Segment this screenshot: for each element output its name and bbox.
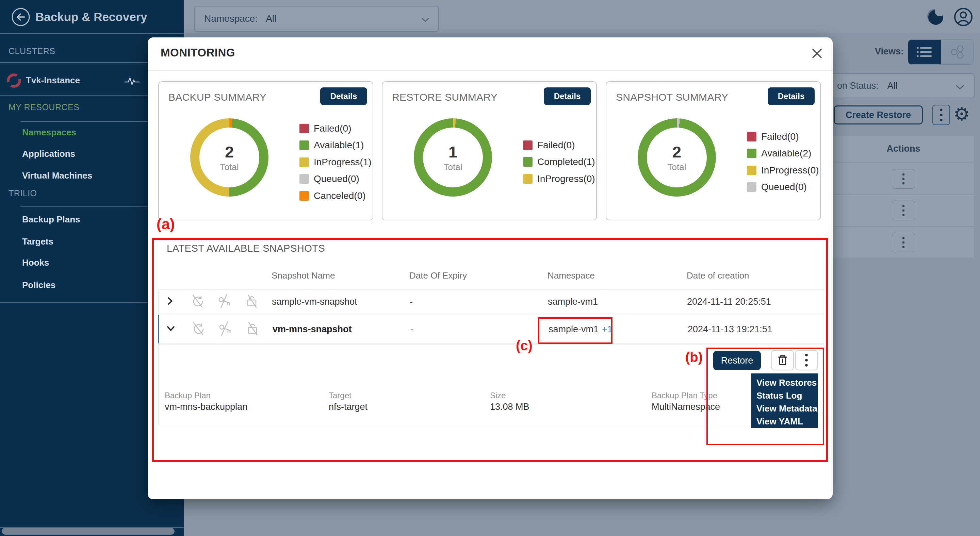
- annotation-box-c: [538, 317, 612, 344]
- legend-label: Failed(0): [537, 140, 575, 151]
- donut-total: 2 Total: [190, 118, 269, 197]
- legend-swatch-icon: [299, 124, 309, 133]
- legend-item: Failed(0): [747, 128, 819, 145]
- backup-summary-card: BACKUP SUMMARY Details 2 Total Failed(0)…: [158, 81, 373, 220]
- backup-summary-legend: Failed(0)Available(1)InProgress(1)Queued…: [299, 120, 372, 205]
- legend-swatch-icon: [299, 140, 309, 150]
- snapshot-summary-card: SNAPSHOT SUMMARY Details 2 Total Failed(…: [606, 81, 821, 220]
- snapshot-summary-legend: Failed(0)Available(2)InProgress(0)Queued…: [747, 128, 819, 195]
- legend-label: InProgress(1): [314, 157, 372, 168]
- legend-swatch-icon: [747, 182, 756, 192]
- sidebar-section-trilio: TRILIO: [8, 188, 37, 198]
- instance-name: Tvk-Instance: [26, 75, 80, 86]
- sidebar-item-hooks[interactable]: Hooks: [22, 257, 49, 268]
- legend-item: Completed(1): [523, 154, 595, 171]
- legend-label: Queued(0): [314, 173, 360, 184]
- legend-label: InProgress(0): [537, 173, 595, 184]
- annotation-label-b: (b): [685, 350, 703, 365]
- legend-item: Canceled(0): [299, 187, 372, 205]
- legend-item: InProgress(0): [523, 170, 595, 187]
- horizontal-scrollbar-thumb[interactable]: [2, 528, 175, 534]
- modal-header-divider: [148, 70, 833, 71]
- details-button[interactable]: Details: [544, 87, 591, 105]
- annotation-label-a: (a): [156, 216, 175, 233]
- legend-swatch-icon: [523, 157, 533, 167]
- snapshot-summary-donut: 2 Total: [638, 118, 716, 197]
- restore-summary-card: RESTORE SUMMARY Details 1 Total Failed(0…: [382, 81, 597, 220]
- legend-item: InProgress(1): [299, 154, 372, 171]
- restore-summary-legend: Failed(0)Completed(1)InProgress(0): [523, 137, 595, 187]
- sidebar-section-clusters: CLUSTERS: [8, 46, 55, 57]
- legend-label: InProgress(0): [761, 165, 819, 176]
- back-arrow-icon: [11, 7, 30, 27]
- legend-label: Canceled(0): [314, 190, 366, 201]
- sidebar-item-targets[interactable]: Targets: [22, 236, 53, 247]
- app-title: Backup & Recovery: [35, 10, 147, 24]
- details-button[interactable]: Details: [768, 87, 815, 105]
- restore-summary-donut: 1 Total: [414, 118, 492, 197]
- modal-title: MONITORING: [161, 46, 235, 59]
- legend-swatch-icon: [747, 132, 756, 141]
- sidebar-item-backup-plans[interactable]: Backup Plans: [22, 214, 80, 225]
- legend-item: Queued(0): [299, 171, 372, 188]
- legend-swatch-icon: [747, 166, 756, 175]
- close-button[interactable]: [811, 48, 826, 63]
- annotation-label-c: (c): [516, 338, 533, 354]
- legend-label: Failed(0): [314, 123, 351, 134]
- details-button[interactable]: Details: [320, 87, 367, 105]
- trilio-logo-icon: [5, 71, 23, 90]
- legend-item: Queued(0): [747, 179, 819, 196]
- legend-label: Queued(0): [761, 182, 807, 192]
- legend-swatch-icon: [523, 140, 533, 150]
- legend-item: Available(2): [747, 145, 819, 162]
- screen: Namespace: All Views:: [0, 0, 980, 536]
- legend-swatch-icon: [523, 174, 533, 184]
- pulse-icon[interactable]: [124, 76, 140, 86]
- annotation-box-b: [706, 347, 824, 445]
- legend-label: Available(2): [761, 148, 811, 159]
- sidebar-item-namespaces[interactable]: Namespaces: [22, 127, 76, 138]
- back-button[interactable]: [11, 7, 30, 27]
- sidebar-item-applications[interactable]: Applications: [22, 148, 75, 160]
- legend-label: Completed(1): [537, 157, 595, 167]
- legend-item: Failed(0): [523, 137, 595, 154]
- card-title: RESTORE SUMMARY: [392, 92, 498, 103]
- sidebar-item-virtual-machines[interactable]: Virtual Machines: [22, 170, 92, 181]
- legend-swatch-icon: [299, 157, 309, 167]
- legend-swatch-icon: [747, 149, 756, 158]
- legend-swatch-icon: [299, 174, 309, 184]
- backup-summary-donut: 2 Total: [190, 118, 269, 197]
- donut-total: 1 Total: [414, 118, 492, 197]
- card-title: SNAPSHOT SUMMARY: [616, 92, 728, 103]
- close-icon: [811, 48, 823, 59]
- donut-total: 2 Total: [638, 118, 716, 197]
- legend-item: InProgress(0): [747, 162, 819, 179]
- legend-item: Failed(0): [299, 120, 372, 137]
- sidebar-item-policies[interactable]: Policies: [22, 279, 56, 291]
- legend-label: Available(1): [314, 140, 364, 151]
- legend-swatch-icon: [299, 191, 309, 201]
- legend-label: Failed(0): [761, 131, 799, 142]
- card-title: BACKUP SUMMARY: [169, 92, 266, 103]
- legend-item: Available(1): [299, 137, 372, 154]
- sidebar-section-my-resources: MY RESOURCES: [8, 102, 79, 113]
